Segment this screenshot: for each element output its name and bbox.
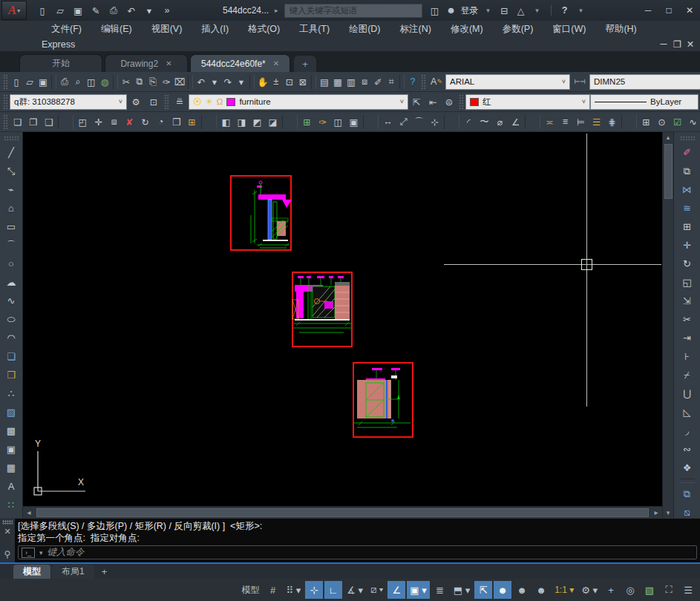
new-file-icon[interactable]: ▯ [10, 73, 23, 91]
dim-inspect-icon[interactable]: ☑ [670, 114, 685, 131]
toolbar-grip[interactable] [680, 136, 695, 141]
dim-jogged-icon[interactable]: 〜 [477, 114, 492, 131]
trim-icon[interactable]: ✂ [678, 310, 696, 329]
vertical-scroll-thumb[interactable] [664, 144, 673, 199]
make-object-layer-current-icon[interactable]: ⇱ [408, 93, 425, 111]
fillet-icon[interactable]: ◞ [678, 421, 696, 440]
add-selected-icon[interactable]: ⊞ [299, 114, 315, 131]
dim-aligned-icon[interactable]: ⤢ [396, 114, 411, 131]
file-tab-drawing2[interactable]: Drawing2 ✕ [105, 54, 188, 72]
solid-box-icon[interactable]: ▣ [346, 114, 362, 131]
lineweight-icon[interactable]: ≣ [431, 581, 449, 599]
layer-states-icon[interactable]: ⊜ [441, 93, 457, 111]
new-file-icon[interactable]: ▯ [34, 2, 50, 19]
model-space-button[interactable]: 模型 [239, 581, 263, 599]
linetype-combo[interactable]: ByLayer [590, 94, 699, 110]
new-tab-button[interactable]: + [294, 56, 316, 72]
minimize-button[interactable]: ─ [638, 1, 658, 19]
doc-arrow-icon[interactable]: ▸ [275, 7, 278, 14]
text-style-combo[interactable]: ARIAL ˅ [445, 74, 570, 90]
help-icon[interactable]: ? [558, 2, 572, 19]
dim-style-icon[interactable]: ⊢⊣ [570, 73, 589, 91]
undo-icon[interactable]: ↶ [123, 2, 140, 19]
scroll-left-icon[interactable]: ◂ [23, 508, 35, 516]
toolbar-grip[interactable] [3, 114, 8, 130]
layer-previous-icon[interactable]: ⇤ [425, 93, 441, 111]
menu-item[interactable]: 帮助(H) [595, 21, 646, 37]
ref-rotate-icon[interactable]: ◔ [153, 114, 169, 131]
annotation-autoscale-icon[interactable]: ☻ [513, 581, 531, 599]
stretch-icon[interactable]: ⇲ [678, 292, 696, 310]
undo-dropdown-icon[interactable]: ▾ [141, 2, 157, 19]
ref-frame-icon[interactable]: ⧈ [106, 114, 122, 131]
center-mark-icon[interactable]: ⊙ [654, 114, 670, 131]
break-at-point-icon[interactable]: ⊦ [678, 347, 696, 366]
command-grip[interactable] [2, 520, 13, 525]
close-tab-icon[interactable]: ✕ [166, 59, 171, 68]
new-layout-button[interactable]: + [96, 566, 114, 577]
properties-icon[interactable]: ▤ [318, 73, 331, 91]
help-dropdown-icon[interactable]: ▾ [575, 2, 588, 19]
toolbar-grip[interactable] [4, 136, 19, 141]
command-input[interactable]: ›_ ▾ 键入命令 [18, 545, 697, 559]
move-icon[interactable]: ✛ [678, 236, 696, 254]
save-as-icon[interactable]: ✎ [88, 2, 104, 19]
ref-copy-icon[interactable]: ❒ [169, 114, 184, 131]
clean-screen-icon[interactable]: ⛶ [660, 581, 678, 599]
ellipse-icon[interactable]: ⬭ [2, 310, 20, 329]
menu-item[interactable]: 编辑(E) [91, 21, 142, 37]
menu-item[interactable]: 格式(O) [238, 21, 290, 37]
isodraft-icon[interactable]: ⧄ ▾ [367, 581, 386, 599]
frame-icon[interactable]: ⊡ [145, 93, 163, 111]
plot-preview-icon[interactable]: ⌕ [71, 73, 85, 91]
dim-continue-icon[interactable]: ⊨ [573, 114, 589, 131]
scale-value-button[interactable]: 1:1 ▾ [552, 581, 577, 599]
match-properties-icon[interactable]: ✑ [160, 73, 173, 91]
purge-icon[interactable]: ✑ [315, 114, 330, 131]
mtext-icon[interactable]: A [2, 477, 20, 496]
selection-cycling-icon[interactable]: ⬒ ▾ [451, 581, 473, 599]
dim-radius-icon[interactable]: ◜ [461, 114, 477, 131]
menu-item[interactable]: 文件(F) [42, 21, 91, 37]
command-prompt-icon[interactable]: ›_ [22, 548, 35, 558]
solid-extract-icon[interactable]: ◪ [265, 114, 281, 131]
polar-tracking-icon[interactable]: ∡ ▾ [344, 581, 366, 599]
dim-diameter-icon[interactable]: ⌀ [492, 114, 508, 131]
scroll-up-icon[interactable]: ▴ [667, 132, 670, 142]
publish-icon[interactable]: ◫ [85, 73, 98, 91]
hatch-icon[interactable]: ▨ [2, 403, 20, 421]
mirror-icon[interactable]: ⋈ [678, 180, 696, 199]
close-icon[interactable]: ✕ [4, 527, 10, 536]
dim-arc-icon[interactable]: ⌒ [411, 114, 427, 131]
more-tools-icon[interactable]: » [159, 2, 175, 19]
table-icon[interactable]: ▦ [2, 459, 20, 477]
a360-icon[interactable]: △ [514, 2, 528, 19]
file-tab-start[interactable]: 开始 [19, 54, 102, 72]
array-icon[interactable]: ⊞ [678, 217, 696, 236]
menu-item[interactable]: 插入(I) [192, 21, 238, 37]
open-file-icon[interactable]: ▱ [23, 73, 36, 91]
settings-gear-icon[interactable]: ⚙ ▾ [578, 581, 601, 599]
snap-icon[interactable]: ⠿ ▾ [284, 581, 304, 599]
cut-icon[interactable]: ✂ [120, 73, 133, 91]
toolbar-grip[interactable] [164, 94, 169, 110]
ref-move-icon[interactable]: ✛ [91, 114, 106, 131]
dynamic-input-icon[interactable]: ⊹ [305, 581, 323, 599]
zoom-realtime-icon[interactable]: ± [269, 73, 283, 91]
block-editor-icon[interactable]: ⌧ [173, 73, 186, 91]
horizontal-scrollbar[interactable]: ◂ ▸ [23, 506, 662, 518]
web-publish-icon[interactable]: ◍ [98, 73, 111, 91]
sign-in-dropdown-icon[interactable]: ▾ [482, 2, 495, 19]
doc-close-button[interactable]: ✕ [684, 39, 697, 50]
join-icon[interactable]: ⋃ [678, 384, 696, 403]
menu-item[interactable]: 修改(M) [441, 21, 493, 37]
grid-icon[interactable]: # [264, 581, 282, 599]
save-icon[interactable]: ▣ [70, 2, 86, 19]
gear-icon[interactable]: ⚙ [127, 93, 145, 111]
copy-icon[interactable]: ⧉ [133, 73, 146, 91]
toolbar-grip[interactable] [421, 74, 426, 90]
ref-edit-icon[interactable]: ◰ [75, 114, 91, 131]
scale-icon[interactable]: ◱ [678, 273, 696, 292]
layer-properties-icon[interactable]: ≞ [171, 93, 189, 111]
drawing-canvas[interactable]: Y X [23, 132, 662, 506]
